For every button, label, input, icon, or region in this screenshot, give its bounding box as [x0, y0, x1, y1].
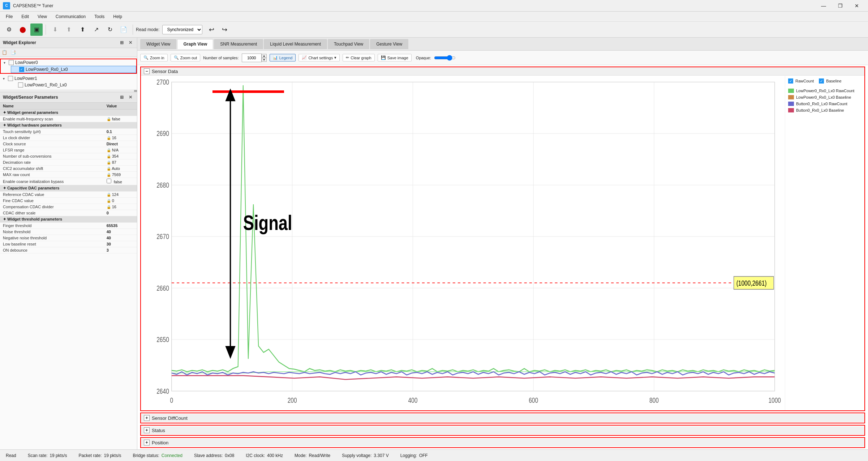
tree-child-lowpower0: ✓ LowPower0_Rx0_Lx0 — [1, 66, 136, 73]
back-btn[interactable]: ⬇ — [49, 24, 61, 36]
arrow-lowpower0-rx0lx0 — [14, 68, 19, 72]
diffcount-expand-btn[interactable]: + — [144, 415, 150, 421]
we-toolbar-2[interactable]: 📑 — [9, 49, 17, 56]
we-expand-icon[interactable]: ⊞ — [118, 39, 125, 46]
tree-item-lowpower1-rx0lx0[interactable]: LowPower1_Rx0_Lx0 — [10, 82, 137, 88]
packet-rate-item: Packet rate: 19 pkts/s — [78, 453, 121, 458]
status-expand-btn[interactable]: + — [144, 427, 150, 433]
upload-btn[interactable]: ⬆ — [76, 24, 89, 36]
chart-svg: 2700 2690 2680 2670 2660 2650 2640 0 200… — [141, 76, 785, 410]
svg-text:2690: 2690 — [156, 130, 169, 138]
table-row: LFSR range🔒 N/A — [0, 147, 137, 153]
checkbox-lowpower0[interactable] — [9, 60, 14, 65]
tab-graph-view[interactable]: Graph View — [177, 39, 213, 49]
widget-view-btn[interactable]: ▣ — [30, 24, 43, 36]
zoom-in-btn[interactable]: 🔍 Zoom in — [140, 54, 168, 61]
redo-btn[interactable]: ↪ — [218, 24, 231, 36]
tree-item-lowpower1[interactable]: ▾ LowPower1 — [0, 75, 137, 82]
chart-svg-area[interactable]: 2700 2690 2680 2670 2660 2650 2640 0 200… — [141, 76, 785, 410]
toolbar: ⚙ ⬤ ▣ ⬇ ⬆ ⬆ ↗ ↻ 📄 Read mode: Synchronize… — [0, 22, 868, 38]
params-close-icon[interactable]: ✕ — [127, 94, 134, 101]
diffcount-title: Sensor DiffCount — [152, 415, 188, 421]
stop-btn[interactable]: ⬤ — [17, 24, 29, 36]
checkbox-lowpower1[interactable] — [8, 76, 13, 81]
menu-item-file[interactable]: File — [1, 13, 17, 21]
document-btn[interactable]: 📄 — [117, 24, 130, 36]
table-row: Fine CDAC value🔒 0 — [0, 198, 137, 204]
params-header: Widget/Sensor Parameters ⊞ ✕ — [0, 92, 137, 103]
section-threshold: ✦ Widget threshold parameters — [0, 216, 137, 223]
table-row: Decimation rate🔒 87 — [0, 159, 137, 166]
we-toolbar-1[interactable]: 📋 — [1, 49, 8, 56]
num-samples-spinners: ▲ ▼ — [262, 54, 267, 62]
menu-item-communication[interactable]: Communication — [51, 13, 90, 21]
menubar: FileEditViewCommunicationToolsHelp — [0, 12, 868, 22]
read-mode-label: Read mode: — [136, 27, 159, 32]
clear-graph-icon: ✏ — [346, 55, 349, 60]
chart-settings-btn[interactable]: 📈 Chart settings ▾ — [298, 54, 340, 61]
spin-down[interactable]: ▼ — [262, 58, 267, 62]
toolbar-separator-2 — [133, 25, 133, 35]
spin-up[interactable]: ▲ — [262, 54, 267, 58]
undo-btn[interactable]: ↩ — [205, 24, 218, 36]
chart-settings-arrow: ▾ — [334, 55, 336, 60]
legend-baseline-checkbox[interactable]: ✓ — [819, 78, 824, 84]
settings-toolbar-btn[interactable]: ⚙ — [3, 24, 15, 36]
sensor-data-collapse-btn[interactable]: − — [144, 68, 150, 74]
svg-text:2670: 2670 — [156, 233, 169, 241]
tree-item-lowpower0[interactable]: ▾ LowPower0 — [1, 59, 136, 66]
menu-item-edit[interactable]: Edit — [17, 13, 33, 21]
export-btn[interactable]: ↗ — [90, 24, 102, 36]
num-samples-input[interactable] — [242, 54, 262, 62]
svg-text:2680: 2680 — [156, 181, 169, 189]
menu-item-help[interactable]: Help — [109, 13, 126, 21]
tab-snr[interactable]: SNR Measurement — [214, 39, 263, 49]
tab-gesture[interactable]: Gesture View — [370, 39, 408, 49]
tab-widget-view[interactable]: Widget View — [140, 39, 176, 49]
section-cdac: ✦ Capacitive DAC parameters — [0, 185, 137, 192]
clear-graph-btn[interactable]: ✏ Clear graph — [343, 54, 374, 61]
tabs-bar: Widget View Graph View SNR Measurement L… — [137, 38, 868, 51]
import-btn[interactable]: ↻ — [104, 24, 116, 36]
widget-explorer-icons: ⊞ ✕ — [118, 39, 134, 46]
rw-mode-item: Mode: Read/Write — [295, 453, 330, 458]
menu-item-view[interactable]: View — [33, 13, 51, 21]
tree-item-lowpower0-rx0lx0[interactable]: ✓ LowPower0_Rx0_Lx0 — [11, 66, 136, 73]
num-samples-control: ▲ ▼ — [242, 54, 267, 62]
widget-explorer-header: Widget Explorer ⊞ ✕ — [0, 38, 137, 48]
app-icon: C — [3, 2, 10, 9]
legend-color-4 — [788, 108, 794, 112]
left-panel: Widget Explorer ⊞ ✕ 📋 📑 ▾ LowPower0 — [0, 38, 137, 449]
supply-value: 3.307 V — [374, 453, 388, 458]
legend-rawcount-checkbox[interactable]: ✓ — [788, 78, 793, 84]
table-row: Enable multi-frequency scan🔒 false — [0, 116, 137, 122]
checkbox-lowpower1-rx0lx0[interactable] — [18, 82, 23, 87]
close-button[interactable]: ✕ — [848, 0, 865, 12]
slave-address-label: Slave address: — [194, 453, 223, 458]
fwd-btn[interactable]: ⬆ — [63, 24, 75, 36]
zoom-in-label: Zoom in — [150, 56, 164, 60]
we-close-icon[interactable]: ✕ — [127, 39, 134, 46]
minimize-button[interactable]: — — [815, 0, 832, 12]
position-expand-btn[interactable]: + — [144, 440, 150, 445]
svg-text:2660: 2660 — [156, 284, 169, 292]
position-section: + Position — [140, 437, 865, 448]
scan-rate-value: 19 pkts/s — [50, 453, 67, 458]
logging-label: Logging: — [400, 453, 417, 458]
legend-text-3: Button0_Rx0_Lx0 RawCount — [796, 102, 847, 106]
coarse-init-checkbox[interactable] — [107, 179, 111, 183]
read-mode-select[interactable]: Synchronized Free Running — [162, 25, 202, 34]
legend-color-1 — [788, 89, 794, 93]
toolbar-separator-1 — [46, 25, 46, 35]
checkbox-lowpower0-rx0lx0[interactable]: ✓ — [19, 67, 24, 72]
zoom-out-btn[interactable]: 🔍 Zoom out — [171, 54, 200, 61]
opaque-slider[interactable] — [434, 55, 456, 61]
params-expand-icon[interactable]: ⊞ — [118, 94, 125, 101]
tab-touchpad[interactable]: Touchpad View — [328, 39, 369, 49]
tree-child-lowpower1: LowPower1_Rx0_Lx0 — [0, 82, 137, 88]
maximize-button[interactable]: ❐ — [832, 0, 848, 12]
save-image-btn[interactable]: 💾 Save image — [378, 54, 412, 61]
tab-liquid-level[interactable]: Liquid Level Measurement — [264, 39, 327, 49]
legend-btn[interactable]: 📊 Legend — [270, 54, 296, 61]
menu-item-tools[interactable]: Tools — [90, 13, 109, 21]
